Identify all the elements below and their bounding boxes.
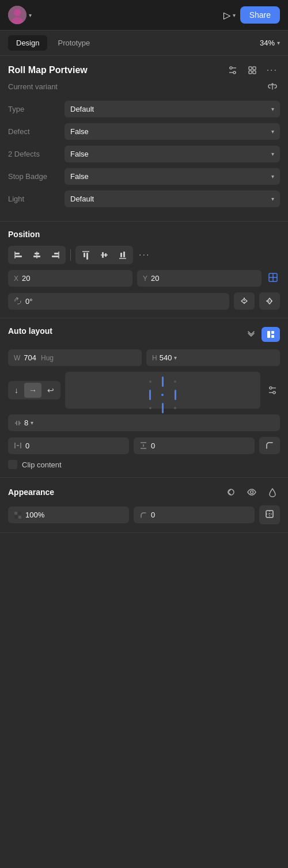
tune-icon-button[interactable]: [225, 64, 240, 77]
align-left-icon: [14, 250, 23, 260]
component-title: Roll Map Portview: [8, 65, 221, 75]
corner-icon: [265, 441, 274, 450]
visibility-override-button[interactable]: [223, 486, 238, 498]
rotation-box[interactable]: 0°: [8, 293, 229, 310]
padding-v-box[interactable]: 0: [134, 437, 255, 454]
tune-icon: [228, 65, 238, 75]
type-label: Type: [8, 105, 60, 113]
avatar-chevron-icon: ▾: [29, 12, 32, 18]
component-instance-icon-button[interactable]: [245, 64, 260, 77]
direction-right-button[interactable]: →: [24, 383, 41, 398]
align-center-h-button[interactable]: [28, 248, 46, 262]
align-center-h-icon: [32, 250, 41, 260]
align-middle-icon: [100, 250, 109, 260]
width-box[interactable]: W 704 Hug: [8, 349, 142, 366]
light-property-row: Light Default ▾: [8, 191, 280, 207]
y-value: 20: [151, 274, 159, 283]
y-coord-box[interactable]: Y 20: [137, 270, 262, 287]
distribution-grid[interactable]: [65, 372, 260, 409]
flip-h-button[interactable]: [234, 292, 255, 310]
height-box[interactable]: H 540 ▾: [146, 349, 280, 366]
padding-row: 0 0: [8, 437, 280, 454]
component-instance-icon: [247, 65, 257, 75]
appearance-icons: [223, 486, 280, 498]
svg-rect-26: [120, 253, 122, 257]
clip-corners-button[interactable]: [259, 505, 280, 524]
light-select[interactable]: Default ▾: [65, 191, 280, 207]
type-property-row: Type Default ▾: [8, 101, 280, 117]
flip-v-button[interactable]: [259, 292, 280, 310]
dist-dot-center: [161, 394, 164, 396]
distribute-more-button[interactable]: ···: [137, 249, 152, 261]
wh-row: W 704 Hug H 540 ▾: [8, 349, 280, 366]
direction-group: ↓ → ↩: [8, 381, 60, 399]
more-options-button[interactable]: ···: [264, 64, 280, 77]
detach-instance-button[interactable]: [265, 80, 280, 93]
padding-h-icon: [14, 441, 22, 450]
opacity-box[interactable]: 100%: [8, 507, 129, 523]
constrain-proportions-button[interactable]: [266, 271, 280, 287]
defect-select[interactable]: False ▾: [65, 123, 280, 140]
zoom-control[interactable]: 34% ▾: [260, 39, 280, 47]
autolayout-active-button[interactable]: [262, 327, 280, 342]
collapse-autolayout-button[interactable]: [244, 329, 258, 340]
current-variant-label: Current variant: [8, 82, 58, 91]
direction-down-button[interactable]: ↓: [10, 383, 23, 398]
stop-badge-chevron-icon: ▾: [271, 173, 274, 180]
visibility-button[interactable]: [244, 486, 259, 498]
spacing-options-button[interactable]: [265, 384, 280, 397]
clip-content-row: Clip content: [8, 460, 280, 469]
gap-value: 8: [24, 418, 28, 427]
play-button[interactable]: ▷ ▾: [223, 10, 236, 21]
stop-badge-value: False: [70, 172, 89, 181]
x-label: X: [14, 275, 18, 283]
stop-badge-select[interactable]: False ▾: [65, 168, 280, 185]
share-button[interactable]: Share: [240, 6, 280, 24]
x-value: 20: [22, 274, 30, 283]
padding-h-box[interactable]: 0: [8, 437, 129, 454]
autolayout-title: Auto layout: [8, 326, 52, 336]
defects-label: 2 Defects: [8, 150, 60, 158]
align-right-icon: [51, 250, 60, 260]
align-left-button[interactable]: [10, 248, 27, 262]
align-top-icon: [81, 250, 90, 260]
spacing-icon: [267, 385, 278, 395]
svg-point-1: [14, 9, 21, 16]
dist-dot-tr: [174, 380, 176, 383]
fill-button[interactable]: [265, 486, 280, 498]
tab-prototype[interactable]: Prototype: [50, 35, 98, 51]
type-chevron-icon: ▾: [271, 106, 274, 112]
align-right-button[interactable]: [47, 248, 64, 262]
light-label: Light: [8, 195, 60, 203]
svg-rect-56: [18, 516, 21, 519]
appearance-header: Appearance: [8, 486, 280, 498]
svg-rect-9: [249, 71, 252, 74]
corner-radius-button[interactable]: [259, 437, 280, 454]
stop-badge-property-row: Stop Badge False ▾: [8, 168, 280, 185]
tab-design[interactable]: Design: [8, 35, 47, 51]
align-middle-button[interactable]: [96, 248, 113, 262]
corner-box[interactable]: 0: [134, 507, 255, 523]
autolayout-header: Auto layout: [8, 326, 280, 342]
align-top-button[interactable]: [77, 248, 94, 262]
rotation-row: 0°: [8, 292, 280, 310]
clip-content-label: Clip content: [22, 460, 62, 469]
defects-property-row: 2 Defects False ▾: [8, 146, 280, 162]
svg-rect-11: [15, 253, 20, 254]
x-coord-box[interactable]: X 20: [8, 270, 132, 287]
clip-content-checkbox[interactable]: [8, 460, 17, 469]
header: ▾ ▷ ▾ Share: [0, 0, 288, 31]
gap-box[interactable]: 8 ▾: [8, 414, 280, 431]
defects-select[interactable]: False ▾: [65, 146, 280, 162]
svg-point-51: [228, 489, 234, 495]
svg-rect-18: [52, 256, 59, 257]
avatar-container[interactable]: ▾: [8, 6, 32, 24]
direction-wrap-button[interactable]: ↩: [43, 383, 59, 398]
vertical-align-group: [75, 246, 133, 264]
align-bottom-button[interactable]: [114, 248, 131, 262]
type-select[interactable]: Default ▾: [65, 101, 280, 117]
h-label: H: [152, 354, 157, 362]
opacity-row: 100% 0: [8, 505, 280, 524]
appearance-section: Appearance: [0, 478, 288, 533]
xy-row: X 20 Y 20: [8, 270, 280, 287]
